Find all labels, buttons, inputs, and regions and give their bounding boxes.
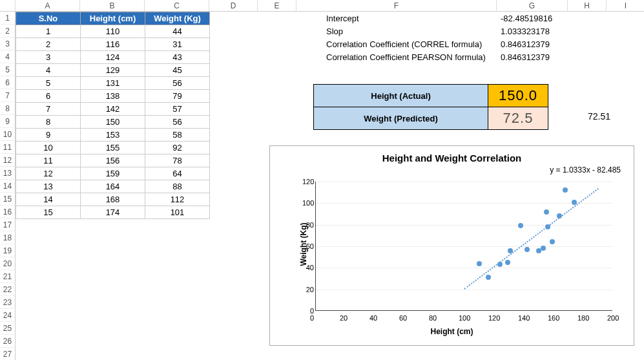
col-header-I[interactable]: I xyxy=(607,0,644,12)
row-header-17[interactable]: 17 xyxy=(0,218,16,231)
cell[interactable]: 45 xyxy=(145,64,210,77)
cell[interactable]: 56 xyxy=(145,77,210,90)
cell[interactable]: 101 xyxy=(145,206,210,219)
cell[interactable]: 112 xyxy=(145,193,210,206)
row-header-16[interactable]: 16 xyxy=(0,206,16,218)
cell[interactable]: 138 xyxy=(81,90,145,103)
col-header-F[interactable]: F xyxy=(296,0,497,12)
stat-row[interactable]: Intercept-82.48519816 xyxy=(326,12,565,25)
row-header-18[interactable]: 18 xyxy=(0,231,16,244)
th-weight[interactable]: Weight (Kg) xyxy=(145,12,210,25)
row-header-10[interactable]: 10 xyxy=(0,128,16,141)
table-row[interactable]: 613879 xyxy=(16,90,210,103)
row-header-23[interactable]: 23 xyxy=(0,296,16,309)
cell[interactable]: 6 xyxy=(16,90,81,103)
row-header-27[interactable]: 27 xyxy=(0,348,16,360)
row-header-15[interactable]: 15 xyxy=(0,193,16,206)
col-header-C[interactable]: C xyxy=(145,0,209,12)
table-row[interactable]: 14168112 xyxy=(16,193,210,206)
cell[interactable]: 88 xyxy=(145,180,210,193)
table-row[interactable]: 1015592 xyxy=(16,142,210,154)
row-header-9[interactable]: 9 xyxy=(0,115,16,128)
data-table[interactable]: S.No Height (cm) Weight (Kg) 11104421163… xyxy=(16,12,210,219)
table-row[interactable]: 211631 xyxy=(16,38,210,51)
row-header-25[interactable]: 25 xyxy=(0,322,16,335)
cell[interactable]: 10 xyxy=(16,142,81,154)
table-row[interactable]: 15174101 xyxy=(16,206,210,219)
cell[interactable]: 4 xyxy=(16,64,81,77)
cell[interactable]: 2 xyxy=(16,38,81,51)
cell[interactable]: 1 xyxy=(16,25,81,38)
stat-row[interactable]: Correlation Coefficient PEARSON formula)… xyxy=(326,50,565,63)
cell[interactable]: 8 xyxy=(16,116,81,129)
cell[interactable]: 174 xyxy=(81,206,145,219)
cell[interactable]: 92 xyxy=(145,142,210,154)
col-header-G[interactable]: G xyxy=(497,0,568,12)
cell[interactable]: 13 xyxy=(16,180,81,193)
cell[interactable]: 79 xyxy=(145,90,210,103)
row-header-3[interactable]: 3 xyxy=(0,37,16,50)
row-header-21[interactable]: 21 xyxy=(0,270,16,283)
row-header-2[interactable]: 2 xyxy=(0,25,16,37)
cell[interactable]: 11 xyxy=(16,154,81,167)
cell[interactable]: 131 xyxy=(81,77,145,90)
cell[interactable]: 43 xyxy=(145,51,210,64)
cell[interactable]: 7 xyxy=(16,103,81,116)
row-header-22[interactable]: 22 xyxy=(0,283,16,296)
table-row[interactable]: 111044 xyxy=(16,25,210,38)
table-row[interactable]: 1115678 xyxy=(16,154,210,167)
table-row[interactable]: 1215964 xyxy=(16,167,210,180)
stat-row[interactable]: Slop1.033323178 xyxy=(326,25,565,37)
row-header-26[interactable]: 26 xyxy=(0,335,16,348)
row-header-11[interactable]: 11 xyxy=(0,141,16,154)
row-header-20[interactable]: 20 xyxy=(0,257,16,270)
cell[interactable]: 124 xyxy=(81,51,145,64)
cell[interactable]: 159 xyxy=(81,167,145,180)
cell[interactable]: 9 xyxy=(16,129,81,142)
col-header-E[interactable]: E xyxy=(258,0,296,12)
row-header-12[interactable]: 12 xyxy=(0,154,16,167)
col-header-B[interactable]: B xyxy=(80,0,145,12)
cell[interactable]: 78 xyxy=(145,154,210,167)
cell[interactable]: 153 xyxy=(81,129,145,142)
row-header-7[interactable]: 7 xyxy=(0,89,16,102)
table-row[interactable]: 1316488 xyxy=(16,180,210,193)
col-header-D[interactable]: D xyxy=(209,0,258,12)
cell[interactable]: 3 xyxy=(16,51,81,64)
cell[interactable]: 64 xyxy=(145,167,210,180)
th-height[interactable]: Height (cm) xyxy=(81,12,145,25)
stat-row[interactable]: Correlation Coefficient (CORREL formula)… xyxy=(326,37,565,50)
table-row[interactable]: 312443 xyxy=(16,51,210,64)
table-row[interactable]: 815056 xyxy=(16,116,210,129)
cell[interactable]: 31 xyxy=(145,38,210,51)
cell[interactable]: 155 xyxy=(81,142,145,154)
cell[interactable]: 129 xyxy=(81,64,145,77)
side-predicted-value[interactable]: 72.51 xyxy=(588,111,610,122)
row-header-6[interactable]: 6 xyxy=(0,76,16,89)
col-header-A[interactable]: A xyxy=(16,0,80,12)
row-header-4[interactable]: 4 xyxy=(0,50,16,63)
th-sno[interactable]: S.No xyxy=(16,12,81,25)
height-actual-value[interactable]: 150.0 xyxy=(488,85,548,107)
row-header-14[interactable]: 14 xyxy=(0,180,16,193)
row-header-19[interactable]: 19 xyxy=(0,244,16,257)
cell[interactable]: 150 xyxy=(81,116,145,129)
cell[interactable]: 14 xyxy=(16,193,81,206)
table-row[interactable]: 714257 xyxy=(16,103,210,116)
cell[interactable]: 156 xyxy=(81,154,145,167)
cell[interactable]: 168 xyxy=(81,193,145,206)
col-header-H[interactable]: H xyxy=(568,0,607,12)
cell[interactable]: 5 xyxy=(16,77,81,90)
table-row[interactable]: 915358 xyxy=(16,129,210,142)
cell[interactable]: 56 xyxy=(145,116,210,129)
table-row[interactable]: 412945 xyxy=(16,64,210,77)
table-row[interactable]: 513156 xyxy=(16,77,210,90)
row-header-5[interactable]: 5 xyxy=(0,63,16,76)
row-header-24[interactable]: 24 xyxy=(0,309,16,322)
row-header-8[interactable]: 8 xyxy=(0,102,16,115)
row-header-13[interactable]: 13 xyxy=(0,167,16,180)
cell[interactable]: 58 xyxy=(145,129,210,142)
row-header-1[interactable]: 1 xyxy=(0,12,16,25)
cell[interactable]: 164 xyxy=(81,180,145,193)
cell[interactable]: 110 xyxy=(81,25,145,38)
